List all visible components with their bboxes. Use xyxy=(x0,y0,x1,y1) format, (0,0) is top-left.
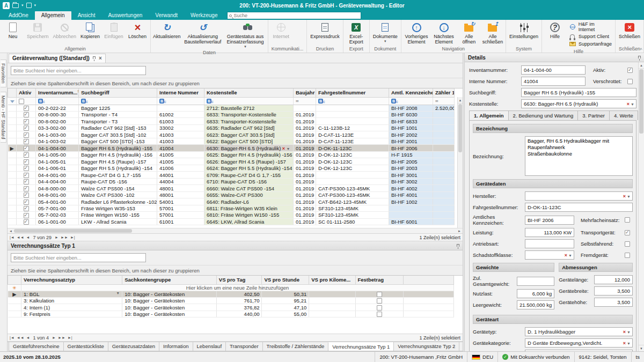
column-header-vs-pro-kilome[interactable]: VS pro Kilome... xyxy=(309,276,355,284)
pin-icon[interactable] xyxy=(638,56,641,58)
table-row[interactable]: 04-4-001-00Raupe-CAT D4 G 1,7 -155440016… xyxy=(8,172,455,178)
table-row[interactable]: 00-8-002-00Transporter - T3610036833: Tr… xyxy=(8,118,455,124)
scroll-right-icon[interactable]: ► xyxy=(456,230,463,233)
schadstoffklasse-combo[interactable]: ×▼ xyxy=(525,250,574,260)
clear-icon[interactable]: × xyxy=(627,101,630,107)
nav-next-button[interactable]: ► xyxy=(55,235,58,239)
table-row[interactable]: ▶1: BGL ▼10: Bagger - Gerätekosten402,50… xyxy=(8,291,454,297)
language-indicator[interactable]: DEU xyxy=(467,352,497,362)
kostenstelle-combo[interactable]: 6630: Bagger-RH 6.5 (Hydraulik)×▼ xyxy=(521,99,636,108)
dispositionskategorie-combo[interactable]: 5010: Bagger×▼ xyxy=(525,350,633,351)
chevron-down-icon[interactable]: ▼ xyxy=(627,342,631,345)
nutzlast-field[interactable]: 6,000 kg xyxy=(517,289,554,298)
antriebsart-field[interactable] xyxy=(525,239,574,248)
horizontal-scrollbar[interactable]: ◄ ► xyxy=(8,228,463,233)
column-header-indicator[interactable] xyxy=(8,88,17,97)
table-row[interactable]: 04-1-005-00Bagger RH 4.5 (Hydraulik) -15… xyxy=(8,151,455,158)
geraetekategorie-combo[interactable]: D Geräte Erdbewegung,Verdicht.×▼ xyxy=(525,338,633,348)
ribbon-dokumente-button[interactable]: Dokumente▾ xyxy=(371,20,400,44)
ribbon-löschen-button[interactable]: Löschen xyxy=(126,20,149,40)
menu-tab-verwandt[interactable]: Verwandt xyxy=(149,11,184,20)
table-row[interactable]: 03-3-002-00Radlader CAT 962 [Std] -15333… xyxy=(8,124,455,131)
column-header-fahrgestellnummer[interactable]: Fahrgestellnummer xyxy=(316,88,389,97)
bottom-tab-geräteführerscheine[interactable]: Geräteführerscheine xyxy=(9,342,64,351)
menu-tab-werkzeuge[interactable]: Werkzeuge xyxy=(184,11,224,20)
kennzeichen-field[interactable]: BI-HF 2006 xyxy=(525,216,574,225)
nav-next-page-button[interactable]: ►► xyxy=(58,336,65,339)
bottom-tab-gerätestückliste[interactable]: Gerätestückliste xyxy=(63,342,108,351)
table-row[interactable]: 04-1-003-00Bagger CAT 303.5 [Std] -10241… xyxy=(8,131,455,138)
nav-prev-page-button[interactable]: ◄◄ xyxy=(17,235,24,239)
column-header-festbetrag[interactable]: Festbetrag xyxy=(355,276,403,284)
column-header-inventarnumm[interactable]: Inventarnumm...1 ▲ xyxy=(36,88,79,97)
filter-cell[interactable]: Bc xyxy=(157,97,204,105)
column-header-suchbegriff[interactable]: Suchbegriff xyxy=(79,88,157,97)
clear-icon[interactable]: × xyxy=(623,194,626,199)
grid-search-input[interactable] xyxy=(11,66,146,75)
ribbon-collapse-icon[interactable]: ˄ xyxy=(640,47,642,51)
filter-cell[interactable]: = xyxy=(294,97,316,105)
ribbon-hilfe-button[interactable]: Hilfe xyxy=(543,20,567,40)
group-by-hint[interactable]: Ziehen Sie eine Spaltenüberschrift in di… xyxy=(8,78,463,88)
column-header-vs-pro-tag[interactable]: VS pro Tag xyxy=(216,276,262,284)
table-row[interactable]: ▶04-1-004-00Bagger RH 6.5 (Hydraulik) -1… xyxy=(8,145,455,151)
scrollbar-thumb[interactable] xyxy=(458,104,462,152)
fahrgestellnummer-field[interactable]: D-OK-11-123C xyxy=(525,203,633,212)
add-row-hint[interactable]: Hier klicken um eine neue Zeile hinzuzuf… xyxy=(21,284,454,291)
column-header-amtl-kennzeichen[interactable]: Amtl. Kennzeichen xyxy=(389,88,433,97)
bottom-tab-verrechnungssätze-typ-1[interactable]: Verrechnungssätze Typ 1 xyxy=(328,342,394,351)
table-row[interactable]: 3: Kalkulation10: Bagger - Gerätekosten7… xyxy=(8,297,454,304)
aktiv-checkbox[interactable] xyxy=(627,68,633,73)
ribbon-alle-öffnen-button[interactable]: Alle öffnen xyxy=(457,20,481,45)
sidebar-item-menue[interactable]: Menü - HF Standard xyxy=(1,92,6,143)
filter-cell[interactable]: Bc xyxy=(36,97,79,105)
suchbegriff-field[interactable]: Bagger RH 6.5 (Hydraulik) -155 xyxy=(521,88,636,97)
table-row[interactable]: 04-1-006-01Bagger RH 5.5 (Hydraulik) -15… xyxy=(8,165,455,171)
nav-prev-button[interactable]: ◄ xyxy=(26,235,30,239)
save-icon[interactable] xyxy=(26,3,32,8)
ribbon-support-client-button[interactable]: Support Client xyxy=(569,33,612,40)
close-icon[interactable]: × xyxy=(99,56,102,61)
table-row[interactable]: 06-1-001-00LKW - Allrad Scania610016645:… xyxy=(8,218,455,225)
bottom-tab-lebenslauf[interactable]: Lebenslauf xyxy=(193,342,226,351)
tab-4-werte[interactable]: 4. Werte xyxy=(609,110,638,120)
hersteller-combo[interactable]: ×▼ xyxy=(525,191,633,201)
clear-icon[interactable]: × xyxy=(623,341,626,346)
tab-1-allgemein[interactable]: 1. Allgemein xyxy=(469,110,509,120)
mehrfacheinsatz-checkbox[interactable] xyxy=(625,217,630,223)
leistung-field[interactable]: 113,000 KW xyxy=(525,228,574,237)
bezeichnung-textarea[interactable]: Bagger, RH 6.5 Hydraulikbagger mit Raupe… xyxy=(525,136,633,176)
fremdgeraet-checkbox[interactable] xyxy=(625,253,630,258)
chevron-down-icon[interactable]: ▾ xyxy=(21,3,24,8)
scroll-up-icon[interactable]: ▲ xyxy=(639,62,644,69)
bottom-tab-treibstoffe-zählerstände[interactable]: Treibstoffe / Zählerstände xyxy=(262,342,329,351)
menu-tab-allgemein[interactable]: Allgemein xyxy=(35,11,71,20)
column-header-vs-pro-stunde[interactable]: VS pro Stunde xyxy=(262,276,309,284)
details-scrollbar[interactable]: ▲ ▼ xyxy=(638,62,644,351)
ribbon-schließen-button[interactable]: Schließen xyxy=(617,20,642,40)
ribbon-supportanfrage-button[interactable]: Supportanfrage xyxy=(569,41,612,47)
geraetehoehe-field[interactable]: 3,500 xyxy=(594,298,633,307)
vertical-scrollbar[interactable]: ▲ xyxy=(457,97,463,228)
nav-prev-button[interactable]: ◄ xyxy=(26,336,30,339)
tab-geraeteverwaltung[interactable]: Geräteverwaltung ([Standard]) × xyxy=(9,54,106,63)
nav-next-button[interactable]: ► xyxy=(52,336,56,339)
nav-next-page-button[interactable]: ►► xyxy=(61,235,68,239)
scroll-up-icon[interactable]: ▲ xyxy=(458,97,463,104)
filter-cell[interactable]: Bc xyxy=(389,97,433,105)
app-logo-icon[interactable]: A xyxy=(3,2,10,9)
nav-last-button[interactable]: ►| xyxy=(68,336,72,339)
ribbon-alle-schließen-button[interactable]: Alle schließen xyxy=(481,20,504,45)
gesamtgewicht-field[interactable] xyxy=(517,277,554,286)
nav-first-button[interactable]: |◄ xyxy=(10,336,14,339)
table-row[interactable]: 04-4-004-00Raupe-CAT D5 -156440046710: R… xyxy=(8,178,455,184)
ribbon-aktualisieren-button[interactable]: Aktualisieren xyxy=(152,20,181,40)
geraetelaenge-field[interactable]: 12,000 xyxy=(594,275,633,284)
pin-icon[interactable] xyxy=(93,56,96,59)
filter-cell[interactable] xyxy=(8,97,17,105)
verschrottet-checkbox[interactable] xyxy=(627,79,633,84)
chevron-down-icon[interactable]: ▾ xyxy=(34,3,36,8)
column-header-sachkontengruppe[interactable]: Sachkontengruppe xyxy=(122,276,217,284)
column-header-interne-nummer[interactable]: Interne Nummer xyxy=(157,88,204,97)
table-row[interactable]: 05-4-001-00Radlader L6 Pflasterkolonne -… xyxy=(8,198,455,205)
